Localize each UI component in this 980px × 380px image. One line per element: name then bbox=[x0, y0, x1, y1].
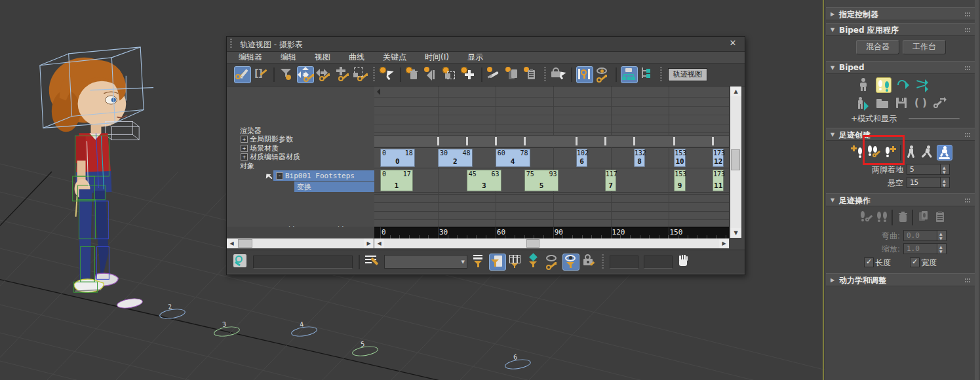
vertical-scrollbar[interactable]: ▲ ▼ bbox=[730, 86, 741, 238]
spinner-arrows-icon[interactable]: ▲▼ bbox=[940, 164, 949, 174]
filter-track-sheet-icon[interactable] bbox=[507, 254, 524, 271]
length-checkbox[interactable]: ✓ bbox=[864, 257, 874, 267]
modify-subtree-icon[interactable] bbox=[621, 66, 638, 83]
insert-time-icon[interactable] bbox=[460, 66, 477, 83]
footstep-block-1[interactable]: 0171 bbox=[380, 170, 413, 191]
keys-scroll-right-icon[interactable]: ▶ bbox=[719, 238, 729, 248]
value-field[interactable] bbox=[253, 256, 353, 269]
width-checkbox[interactable]: ✓ bbox=[910, 257, 920, 267]
tree-item-4[interactable]: 对象 bbox=[240, 162, 254, 171]
spinner-arrows-icon[interactable]: ▲▼ bbox=[940, 178, 949, 187]
footstep-key-tick[interactable] bbox=[524, 137, 526, 145]
paste-time-icon[interactable] bbox=[523, 66, 540, 83]
tree-item-2[interactable]: 场景材质 bbox=[250, 144, 279, 153]
edit-ranges-icon[interactable]: [] bbox=[252, 66, 269, 83]
tree-hscrollbar[interactable]: ◀ ▶ bbox=[227, 238, 374, 248]
mixer-mode-icon[interactable] bbox=[915, 77, 931, 93]
footstep-block-11[interactable]: 17311 bbox=[713, 170, 724, 191]
create-keys-inactive-footsteps-icon[interactable] bbox=[859, 210, 874, 225]
walk-icon[interactable] bbox=[904, 145, 920, 161]
tree-item-1[interactable]: 全局阴影参数 bbox=[250, 135, 293, 144]
footstep-block-12[interactable]: 17312 bbox=[713, 149, 724, 167]
footstep-key-tick[interactable] bbox=[495, 137, 497, 145]
expand-icon[interactable]: + bbox=[241, 136, 248, 143]
footstep-block-2[interactable]: 30482 bbox=[438, 149, 473, 167]
double-support-spinner[interactable]: 5 ▲▼ bbox=[907, 164, 950, 175]
footstep-key-tick[interactable] bbox=[633, 137, 635, 145]
scroll-down-icon[interactable]: ▼ bbox=[730, 228, 741, 238]
footstep-key-tick[interactable] bbox=[673, 137, 675, 145]
footstep-key-tick[interactable] bbox=[604, 137, 606, 145]
menu-6[interactable]: 显示 bbox=[467, 52, 483, 63]
panel-scrollbar[interactable] bbox=[975, 0, 979, 380]
save-file-icon[interactable] bbox=[894, 96, 910, 111]
slide-keys-icon[interactable] bbox=[315, 66, 332, 83]
snap-frames-icon[interactable] bbox=[576, 66, 593, 83]
keys-scroll-left-icon[interactable]: ◀ bbox=[374, 238, 384, 248]
expand-icon[interactable]: + bbox=[241, 145, 248, 152]
delete-time-icon[interactable] bbox=[405, 66, 422, 83]
rollout-footstep-operations[interactable]: ▼ 足迹操作 bbox=[826, 193, 975, 206]
move-keys-icon[interactable] bbox=[297, 66, 314, 83]
track-view-titlebar[interactable]: 轨迹视图 - 摄影表 ✕ bbox=[227, 37, 745, 52]
figure-mode-icon[interactable] bbox=[856, 77, 872, 93]
jump-icon[interactable] bbox=[937, 145, 952, 161]
motion-flow-mode-icon[interactable] bbox=[895, 77, 911, 93]
tree-scroll-left-icon[interactable]: ◀ bbox=[227, 238, 237, 248]
menu-1[interactable]: 编辑 bbox=[281, 52, 296, 63]
tree-hscroll-thumb[interactable] bbox=[238, 239, 252, 248]
rollout-biped-apps[interactable]: ▼ Biped 应用程序 bbox=[826, 23, 975, 36]
mixer-button[interactable]: 混合器 bbox=[856, 40, 899, 54]
footsteps-track-row[interactable] bbox=[374, 135, 729, 147]
tree-item-3[interactable]: 材质编辑器材质 bbox=[250, 153, 300, 162]
workbench-button[interactable]: 工作台 bbox=[903, 40, 946, 54]
move-all-mode-icon[interactable] bbox=[932, 96, 948, 111]
footstep-block-10[interactable]: 15310 bbox=[674, 149, 686, 167]
filter-selected-tracks-icon[interactable] bbox=[489, 254, 506, 271]
menu-5[interactable]: 时间(I) bbox=[425, 52, 449, 63]
zoom-selected-object-icon[interactable] bbox=[233, 254, 250, 271]
filters-icon[interactable] bbox=[279, 66, 296, 83]
tree-item-5[interactable]: Bip001 Footsteps bbox=[285, 172, 355, 181]
tree-item-6[interactable]: 变换 bbox=[297, 183, 311, 192]
convert-icon[interactable]: ( ) bbox=[913, 96, 929, 111]
close-icon[interactable]: ✕ bbox=[728, 38, 738, 48]
run-icon[interactable] bbox=[920, 145, 936, 161]
footstep-key-tick[interactable] bbox=[437, 137, 439, 145]
footstep-key-tick[interactable] bbox=[466, 137, 468, 145]
lock-selection-icon[interactable] bbox=[550, 66, 567, 83]
biped-character[interactable] bbox=[26, 38, 161, 325]
scale-keys-icon[interactable] bbox=[352, 66, 369, 83]
filter-layers-icon[interactable] bbox=[526, 254, 543, 271]
footstep-key-tick[interactable] bbox=[576, 137, 578, 145]
menu-2[interactable]: 视图 bbox=[315, 52, 330, 63]
track-view-name-field[interactable]: 轨迹视图 bbox=[668, 68, 707, 81]
footstep-key-tick[interactable] bbox=[712, 137, 714, 145]
dope-sheet-key-area[interactable]: 0180304826078410261328153101731201714563… bbox=[374, 86, 729, 227]
paste-footsteps-icon[interactable] bbox=[932, 210, 948, 225]
rollout-biped[interactable]: ▼ Biped bbox=[826, 61, 975, 74]
keyable-icons-icon[interactable] bbox=[544, 254, 561, 271]
lock-keys-icon[interactable] bbox=[581, 254, 598, 271]
select-time-icon[interactable] bbox=[379, 66, 396, 83]
bend-spinner[interactable]: 0.0 ▲▼ bbox=[903, 230, 947, 241]
edit-keys-icon[interactable] bbox=[234, 66, 251, 83]
scale-spinner[interactable]: 1.0 ▲▼ bbox=[903, 243, 947, 254]
time-ruler[interactable]: 0306090120150 bbox=[374, 227, 729, 238]
delete-footsteps-icon[interactable] bbox=[895, 210, 911, 225]
footstep-block-6[interactable]: 1026 bbox=[576, 149, 588, 167]
modes-display-expander[interactable]: +模式和显示 bbox=[851, 113, 897, 124]
footstep-block-8[interactable]: 1328 bbox=[634, 149, 646, 167]
footstep-mode-icon[interactable] bbox=[876, 77, 892, 93]
tree-item-7[interactable]: 对象 (Biped 对象) bbox=[284, 225, 352, 227]
deactivate-footsteps-icon[interactable] bbox=[875, 210, 891, 225]
modify-child-keys-icon[interactable] bbox=[639, 66, 656, 83]
copy-time-icon[interactable] bbox=[505, 66, 522, 83]
footstep-block-4[interactable]: 60784 bbox=[496, 149, 530, 167]
scale-time-icon[interactable] bbox=[442, 66, 459, 83]
controller-tree[interactable]: 渲染器+全局阴影参数+场景材质+材质编辑器材质对象-Bip001 Footste… bbox=[227, 86, 375, 227]
add-keys-icon[interactable] bbox=[334, 66, 351, 83]
footstep-block-9[interactable]: 1539 bbox=[674, 170, 686, 191]
reverse-time-icon[interactable] bbox=[423, 66, 441, 83]
rollout-dynamics[interactable]: ▶ 动力学和调整 bbox=[826, 273, 975, 286]
